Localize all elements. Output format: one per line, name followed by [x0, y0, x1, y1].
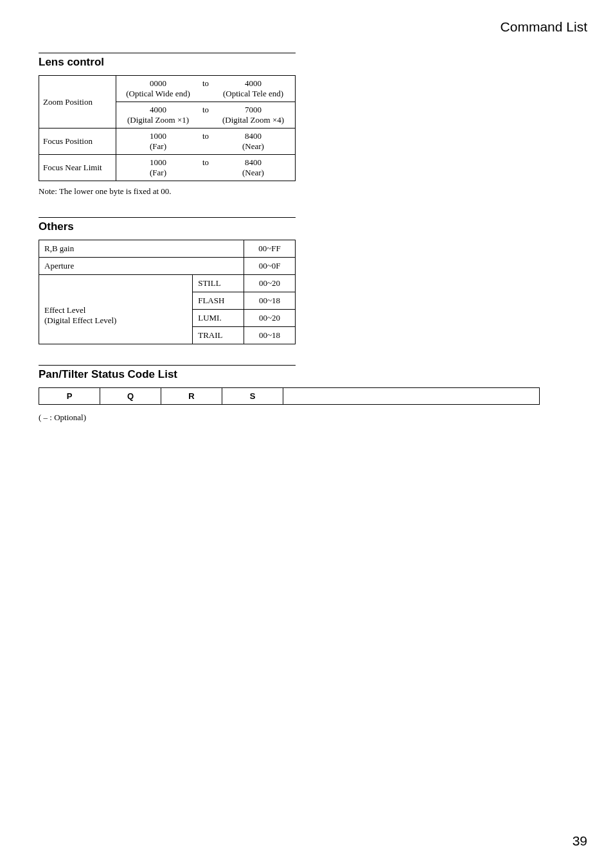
value: 0000: [120, 78, 196, 89]
others-title: Others: [39, 217, 296, 233]
effect-flash-value: 00~18: [244, 292, 296, 310]
effect-lumi-value: 00~20: [244, 310, 296, 327]
focus-position-label: Focus Position: [39, 128, 116, 155]
pantilter-section: Pan/Tilter Status Code List P Q R S 0 – …: [39, 365, 574, 423]
aperture-label: Aperture: [39, 258, 244, 275]
effect-still-value: 00~20: [244, 275, 296, 292]
effect-flash-label: FLASH: [193, 292, 244, 310]
value: (Near): [215, 141, 291, 152]
zoom-digital-cell: 4000 to 7000 (Digital Zoom ×1) (Digital …: [116, 102, 296, 128]
others-table: R,B gain 00~FF Aperture 00~0F Effect Lev…: [39, 240, 296, 344]
pantilter-title: Pan/Tilter Status Code List: [39, 365, 296, 381]
value: to: [196, 78, 215, 89]
header-desc: [283, 388, 540, 405]
value: to: [196, 131, 215, 141]
value: (Digital Zoom ×4): [215, 115, 291, 125]
value: (Optical Wide end): [120, 89, 196, 99]
table-row: Effect Level (Digital Effect Level) STIL…: [39, 275, 296, 292]
value: (Near): [215, 168, 291, 178]
effect-level-line2: (Digital Effect Level): [44, 315, 187, 326]
value: (Optical Tele end): [215, 89, 291, 99]
value: to: [196, 157, 215, 168]
table-row: R,B gain 00~FF: [39, 240, 296, 258]
value: 8400: [215, 131, 291, 141]
effect-trail-value: 00~18: [244, 327, 296, 344]
value: 1000: [120, 157, 196, 168]
page-header: Command List: [39, 19, 587, 35]
header-q: Q: [100, 388, 161, 405]
rb-gain-label: R,B gain: [39, 240, 244, 258]
table-row: Zoom Position 0000 to 4000 (Optical Wide…: [39, 76, 296, 102]
rb-gain-value: 00~FF: [244, 240, 296, 258]
pantilter-legend: ( – : Optional): [39, 412, 574, 423]
lens-note: Note: The lower one byte is fixed at 00.: [39, 186, 574, 197]
value: 8400: [215, 157, 291, 168]
effect-trail-label: TRAIL: [193, 327, 244, 344]
value: 4000: [120, 105, 196, 115]
page-number: 39: [573, 833, 587, 849]
value: to: [196, 105, 215, 115]
focus-near-limit-label: Focus Near Limit: [39, 155, 116, 181]
header-s: S: [222, 388, 283, 405]
pantilter-table: P Q R S 0 – – – – – – – 0 – – – – – – 1 …: [39, 387, 540, 405]
zoom-optical-cell: 0000 to 4000 (Optical Wide end) (Optical…: [116, 76, 296, 102]
header-p: P: [39, 388, 100, 405]
value: (Far): [120, 168, 196, 178]
value: 7000: [215, 105, 291, 115]
value: (Digital Zoom ×1): [120, 115, 196, 125]
table-row: Focus Position 1000 to 8400 (Far) (Near): [39, 128, 296, 155]
header-r: R: [161, 388, 222, 405]
effect-lumi-label: LUMI.: [193, 310, 244, 327]
others-section: Others R,B gain 00~FF Aperture 00~0F Eff…: [39, 217, 574, 344]
focus-position-cell: 1000 to 8400 (Far) (Near): [116, 128, 296, 155]
focus-near-limit-cell: 1000 to 8400 (Far) (Near): [116, 155, 296, 181]
effect-level-line1: Effect Level: [44, 305, 187, 315]
effect-level-label: Effect Level (Digital Effect Level): [39, 275, 193, 344]
aperture-value: 00~0F: [244, 258, 296, 275]
lens-control-title: Lens control: [39, 53, 296, 69]
value: (Far): [120, 141, 196, 152]
lens-control-section: Lens control Zoom Position 0000 to 4000 …: [39, 53, 574, 197]
value: 1000: [120, 131, 196, 141]
effect-still-label: STILL: [193, 275, 244, 292]
table-row: Focus Near Limit 1000 to 8400 (Far) (Nea…: [39, 155, 296, 181]
lens-control-table: Zoom Position 0000 to 4000 (Optical Wide…: [39, 75, 296, 181]
value: 4000: [215, 78, 291, 89]
table-row: Aperture 00~0F: [39, 258, 296, 275]
zoom-position-label: Zoom Position: [39, 76, 116, 128]
pantilter-header-row: P Q R S: [39, 388, 540, 405]
